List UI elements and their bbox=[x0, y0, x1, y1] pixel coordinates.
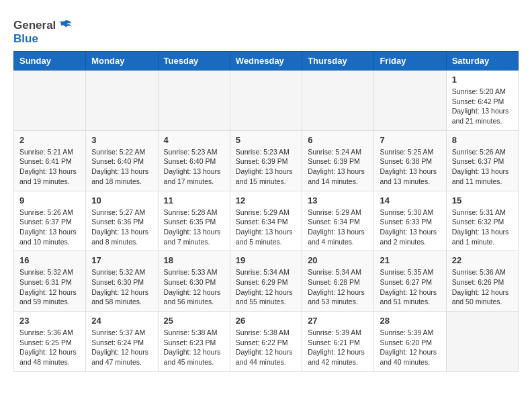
day-number: 10 bbox=[91, 195, 152, 205]
day-info: Sunrise: 5:39 AM Sunset: 6:20 PM Dayligh… bbox=[380, 328, 440, 367]
weekday-header-thursday: Thursday bbox=[302, 52, 374, 71]
day-info: Sunrise: 5:23 AM Sunset: 6:39 PM Dayligh… bbox=[236, 147, 296, 187]
day-info: Sunrise: 5:32 AM Sunset: 6:31 PM Dayligh… bbox=[19, 267, 80, 307]
day-number: 24 bbox=[91, 316, 152, 326]
day-number: 5 bbox=[236, 135, 296, 145]
day-info: Sunrise: 5:33 AM Sunset: 6:30 PM Dayligh… bbox=[164, 267, 224, 307]
day-info: Sunrise: 5:31 AM Sunset: 6:32 PM Dayligh… bbox=[452, 208, 513, 247]
calendar-header-row: SundayMondayTuesdayWednesdayThursdayFrid… bbox=[14, 52, 519, 71]
calendar-cell: 24Sunrise: 5:37 AM Sunset: 6:24 PM Dayli… bbox=[86, 312, 158, 372]
day-info: Sunrise: 5:36 AM Sunset: 6:26 PM Dayligh… bbox=[452, 267, 513, 307]
day-info: Sunrise: 5:30 AM Sunset: 6:33 PM Dayligh… bbox=[380, 208, 440, 247]
day-info: Sunrise: 5:34 AM Sunset: 6:28 PM Dayligh… bbox=[308, 267, 368, 307]
calendar-cell: 23Sunrise: 5:36 AM Sunset: 6:25 PM Dayli… bbox=[14, 312, 86, 372]
day-info: Sunrise: 5:35 AM Sunset: 6:27 PM Dayligh… bbox=[380, 267, 440, 307]
weekday-header-saturday: Saturday bbox=[446, 52, 518, 71]
day-number: 14 bbox=[380, 195, 440, 205]
calendar-cell: 11Sunrise: 5:28 AM Sunset: 6:35 PM Dayli… bbox=[158, 191, 230, 251]
day-info: Sunrise: 5:29 AM Sunset: 6:34 PM Dayligh… bbox=[236, 208, 296, 247]
day-number: 22 bbox=[452, 255, 513, 265]
day-number: 2 bbox=[19, 135, 80, 145]
day-number: 16 bbox=[19, 255, 80, 265]
day-number: 18 bbox=[164, 255, 224, 265]
day-info: Sunrise: 5:28 AM Sunset: 6:35 PM Dayligh… bbox=[164, 208, 224, 247]
day-info: Sunrise: 5:39 AM Sunset: 6:21 PM Dayligh… bbox=[308, 328, 368, 367]
calendar-week-1: 2Sunrise: 5:21 AM Sunset: 6:41 PM Daylig… bbox=[14, 130, 519, 191]
calendar-cell: 21Sunrise: 5:35 AM Sunset: 6:27 PM Dayli… bbox=[374, 251, 446, 312]
calendar-cell: 4Sunrise: 5:23 AM Sunset: 6:40 PM Daylig… bbox=[158, 130, 230, 191]
calendar-cell: 14Sunrise: 5:30 AM Sunset: 6:33 PM Dayli… bbox=[374, 191, 446, 251]
weekday-header-sunday: Sunday bbox=[14, 52, 86, 71]
calendar-cell bbox=[302, 71, 374, 131]
day-info: Sunrise: 5:23 AM Sunset: 6:40 PM Dayligh… bbox=[164, 147, 224, 187]
calendar-cell: 12Sunrise: 5:29 AM Sunset: 6:34 PM Dayli… bbox=[230, 191, 302, 251]
day-number: 15 bbox=[452, 195, 513, 205]
calendar-cell: 7Sunrise: 5:25 AM Sunset: 6:38 PM Daylig… bbox=[374, 130, 446, 191]
day-info: Sunrise: 5:36 AM Sunset: 6:25 PM Dayligh… bbox=[19, 328, 80, 367]
calendar-week-3: 16Sunrise: 5:32 AM Sunset: 6:31 PM Dayli… bbox=[14, 251, 519, 312]
day-info: Sunrise: 5:21 AM Sunset: 6:41 PM Dayligh… bbox=[19, 147, 80, 187]
day-info: Sunrise: 5:25 AM Sunset: 6:38 PM Dayligh… bbox=[380, 147, 440, 187]
calendar-cell: 16Sunrise: 5:32 AM Sunset: 6:31 PM Dayli… bbox=[14, 251, 86, 312]
day-number: 11 bbox=[164, 195, 224, 205]
calendar-cell: 5Sunrise: 5:23 AM Sunset: 6:39 PM Daylig… bbox=[230, 130, 302, 191]
calendar-cell: 20Sunrise: 5:34 AM Sunset: 6:28 PM Dayli… bbox=[302, 251, 374, 312]
calendar-cell: 27Sunrise: 5:39 AM Sunset: 6:21 PM Dayli… bbox=[302, 312, 374, 372]
day-number: 20 bbox=[308, 255, 368, 265]
calendar-cell: 25Sunrise: 5:38 AM Sunset: 6:23 PM Dayli… bbox=[158, 312, 230, 372]
day-number: 23 bbox=[19, 316, 80, 326]
calendar-cell: 22Sunrise: 5:36 AM Sunset: 6:26 PM Dayli… bbox=[446, 251, 518, 312]
calendar-cell: 1Sunrise: 5:20 AM Sunset: 6:42 PM Daylig… bbox=[446, 71, 518, 131]
day-info: Sunrise: 5:27 AM Sunset: 6:36 PM Dayligh… bbox=[91, 208, 152, 247]
calendar-cell bbox=[374, 71, 446, 131]
day-number: 6 bbox=[308, 135, 368, 145]
weekday-header-wednesday: Wednesday bbox=[230, 52, 302, 71]
calendar-cell: 15Sunrise: 5:31 AM Sunset: 6:32 PM Dayli… bbox=[446, 191, 518, 251]
day-info: Sunrise: 5:20 AM Sunset: 6:42 PM Dayligh… bbox=[452, 87, 513, 126]
day-number: 3 bbox=[91, 135, 152, 145]
day-number: 8 bbox=[452, 135, 513, 145]
calendar-week-4: 23Sunrise: 5:36 AM Sunset: 6:25 PM Dayli… bbox=[14, 312, 519, 372]
weekday-header-monday: Monday bbox=[86, 52, 158, 71]
calendar-week-0: 1Sunrise: 5:20 AM Sunset: 6:42 PM Daylig… bbox=[14, 71, 519, 131]
day-info: Sunrise: 5:38 AM Sunset: 6:23 PM Dayligh… bbox=[164, 328, 224, 367]
day-number: 12 bbox=[236, 195, 296, 205]
calendar-cell: 13Sunrise: 5:29 AM Sunset: 6:34 PM Dayli… bbox=[302, 191, 374, 251]
day-number: 9 bbox=[19, 195, 80, 205]
calendar-week-2: 9Sunrise: 5:26 AM Sunset: 6:37 PM Daylig… bbox=[14, 191, 519, 251]
day-number: 4 bbox=[164, 135, 224, 145]
day-number: 1 bbox=[452, 75, 513, 85]
day-info: Sunrise: 5:29 AM Sunset: 6:34 PM Dayligh… bbox=[308, 208, 368, 247]
calendar-cell: 10Sunrise: 5:27 AM Sunset: 6:36 PM Dayli… bbox=[86, 191, 158, 251]
day-number: 13 bbox=[308, 195, 368, 205]
day-number: 7 bbox=[380, 135, 440, 145]
day-number: 25 bbox=[164, 316, 224, 326]
calendar-cell bbox=[446, 312, 518, 372]
calendar-cell: 6Sunrise: 5:24 AM Sunset: 6:39 PM Daylig… bbox=[302, 130, 374, 191]
calendar-table: SundayMondayTuesdayWednesdayThursdayFrid… bbox=[13, 51, 519, 372]
day-number: 26 bbox=[236, 316, 296, 326]
day-number: 27 bbox=[308, 316, 368, 326]
day-info: Sunrise: 5:24 AM Sunset: 6:39 PM Dayligh… bbox=[308, 147, 368, 187]
day-number: 21 bbox=[380, 255, 440, 265]
calendar-cell: 28Sunrise: 5:39 AM Sunset: 6:20 PM Dayli… bbox=[374, 312, 446, 372]
calendar-cell: 2Sunrise: 5:21 AM Sunset: 6:41 PM Daylig… bbox=[14, 130, 86, 191]
day-number: 28 bbox=[380, 316, 440, 326]
day-info: Sunrise: 5:32 AM Sunset: 6:30 PM Dayligh… bbox=[91, 267, 152, 307]
calendar-cell: 26Sunrise: 5:38 AM Sunset: 6:22 PM Dayli… bbox=[230, 312, 302, 372]
calendar-cell bbox=[14, 71, 86, 131]
logo: General Blue bbox=[13, 19, 73, 46]
calendar-cell bbox=[86, 71, 158, 131]
day-number: 19 bbox=[236, 255, 296, 265]
day-info: Sunrise: 5:34 AM Sunset: 6:29 PM Dayligh… bbox=[236, 267, 296, 307]
day-number: 17 bbox=[91, 255, 152, 265]
calendar-cell bbox=[230, 71, 302, 131]
calendar-cell: 3Sunrise: 5:22 AM Sunset: 6:40 PM Daylig… bbox=[86, 130, 158, 191]
weekday-header-tuesday: Tuesday bbox=[158, 52, 230, 71]
day-info: Sunrise: 5:22 AM Sunset: 6:40 PM Dayligh… bbox=[91, 147, 152, 187]
day-info: Sunrise: 5:38 AM Sunset: 6:22 PM Dayligh… bbox=[236, 328, 296, 367]
calendar-cell: 17Sunrise: 5:32 AM Sunset: 6:30 PM Dayli… bbox=[86, 251, 158, 312]
day-info: Sunrise: 5:37 AM Sunset: 6:24 PM Dayligh… bbox=[91, 328, 152, 367]
calendar-cell: 18Sunrise: 5:33 AM Sunset: 6:30 PM Dayli… bbox=[158, 251, 230, 312]
day-info: Sunrise: 5:26 AM Sunset: 6:37 PM Dayligh… bbox=[452, 147, 513, 187]
